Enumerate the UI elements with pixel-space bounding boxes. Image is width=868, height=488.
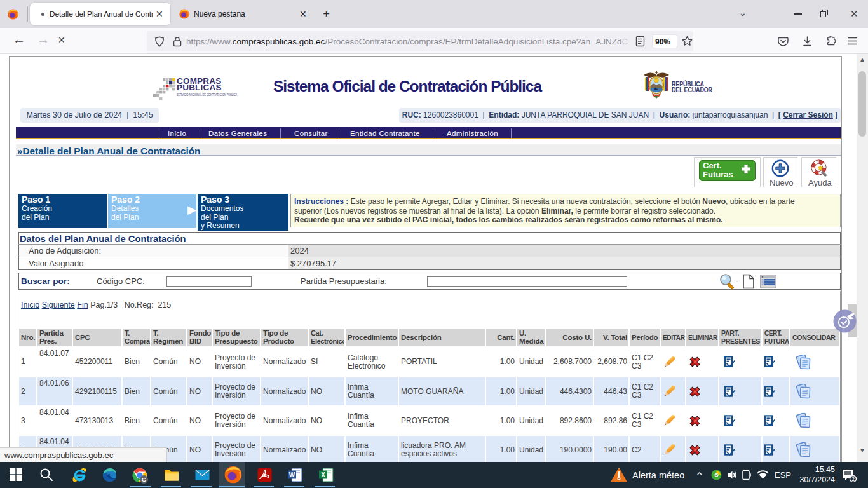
svg-text:G: G <box>142 477 146 483</box>
svg-text:W: W <box>289 471 295 478</box>
svg-text:2: 2 <box>851 476 855 482</box>
svg-text:X: X <box>321 471 325 478</box>
